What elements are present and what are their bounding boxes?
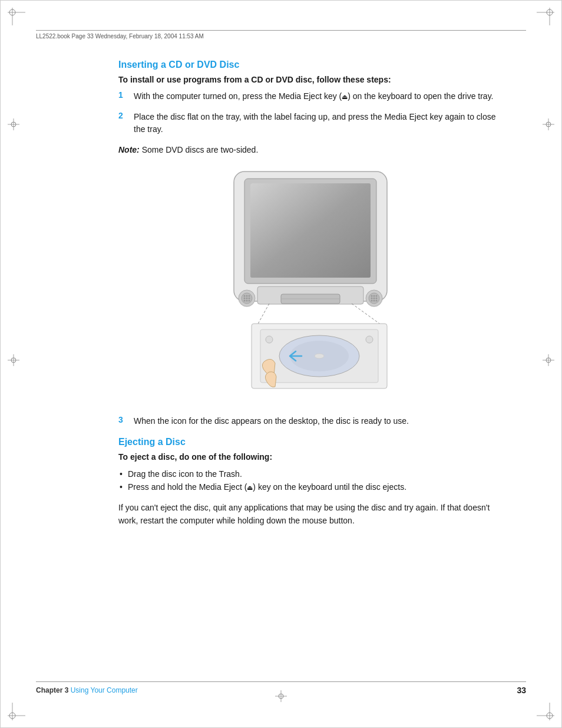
svg-point-38: [246, 300, 248, 302]
svg-point-39: [249, 300, 250, 302]
ejecting-intro: To eject a disc, do one of the following…: [118, 452, 503, 462]
side-mark-left-mid: [8, 354, 19, 368]
step-2-text: Place the disc flat on the tray, with th…: [134, 111, 503, 136]
svg-point-43: [373, 295, 375, 297]
svg-point-50: [376, 300, 378, 302]
inserting-intro: To install or use programs from a CD or …: [118, 75, 503, 84]
svg-rect-27: [250, 183, 371, 278]
bottom-center-mark: [275, 690, 287, 704]
svg-point-46: [373, 298, 375, 299]
note-block: Note: Some DVD discs are two-sided.: [118, 144, 503, 156]
section-ejecting: Ejecting a Disc To eject a disc, do one …: [118, 437, 503, 528]
bullet-item-2: Press and hold the Media Eject (⏏) key o…: [118, 480, 503, 493]
corner-mark-bl: [8, 703, 25, 720]
svg-point-33: [249, 295, 250, 297]
corner-mark-br: [537, 703, 554, 720]
step-3-text: When the icon for the disc appears on th…: [134, 415, 409, 427]
svg-point-59: [315, 354, 324, 358]
disc-illustration: [199, 166, 422, 401]
step-3-num: 3: [118, 415, 130, 424]
step-3: 3 When the icon for the disc appears on …: [118, 415, 503, 427]
svg-point-45: [371, 298, 373, 299]
side-mark-left-top: [8, 118, 19, 132]
svg-point-61: [366, 336, 373, 343]
corner-mark-tl: [8, 8, 25, 25]
file-info-text: LL2522.book Page 33 Wednesday, February …: [36, 33, 204, 39]
corner-mark-tr: [537, 8, 554, 25]
svg-point-47: [376, 298, 378, 299]
svg-point-44: [376, 295, 378, 297]
eject-bullets: Drag the disc icon to the Trash. Press a…: [118, 467, 503, 494]
section-ejecting-title: Ejecting a Disc: [118, 437, 503, 447]
svg-line-53: [257, 304, 269, 325]
bullet-1-text: Drag the disc icon to the Trash.: [128, 469, 242, 479]
svg-point-49: [373, 300, 375, 302]
side-mark-right-top: [543, 118, 554, 132]
footer-chapter-info: Chapter 3 Using Your Computer: [36, 686, 138, 694]
svg-point-48: [371, 300, 373, 302]
illustration-container: [199, 166, 422, 403]
step-1-num: 1: [118, 90, 130, 100]
main-content: Inserting a CD or DVD Disc To install or…: [118, 60, 503, 528]
note-text: Some DVD discs are two-sided.: [142, 145, 259, 154]
page-header: LL2522.book Page 33 Wednesday, February …: [36, 30, 526, 39]
page-container: LL2522.book Page 33 Wednesday, February …: [0, 0, 562, 728]
eject-symbol-2: ⏏: [247, 483, 253, 493]
svg-point-42: [371, 295, 373, 297]
step-2: 2 Place the disc flat on the tray, with …: [118, 111, 503, 136]
svg-point-35: [246, 298, 248, 299]
footer-chapter-label: Chapter 3: [36, 686, 68, 694]
svg-point-37: [244, 300, 246, 302]
svg-point-60: [266, 336, 273, 343]
svg-point-32: [246, 295, 248, 297]
note-label: Note:: [118, 145, 140, 154]
eject-symbol-1: ⏏: [342, 92, 348, 102]
step-2-num: 2: [118, 111, 130, 120]
svg-point-31: [244, 295, 246, 297]
section-inserting-title: Inserting a CD or DVD Disc: [118, 60, 503, 70]
section-inserting: Inserting a CD or DVD Disc To install or…: [118, 60, 503, 427]
step-1-text: With the computer turned on, press the M…: [134, 90, 494, 103]
side-mark-right-mid: [543, 354, 554, 368]
svg-line-54: [352, 304, 381, 325]
footer-chapter-title: Using Your Computer: [71, 686, 138, 694]
bullet-item-1: Drag the disc icon to the Trash.: [118, 467, 503, 480]
step-1: 1 With the computer turned on, press the…: [118, 90, 503, 103]
svg-point-36: [249, 298, 250, 299]
eject-para: If you can't eject the disc, quit any ap…: [118, 501, 503, 528]
svg-point-34: [244, 298, 246, 299]
footer-page-number: 33: [517, 686, 526, 695]
